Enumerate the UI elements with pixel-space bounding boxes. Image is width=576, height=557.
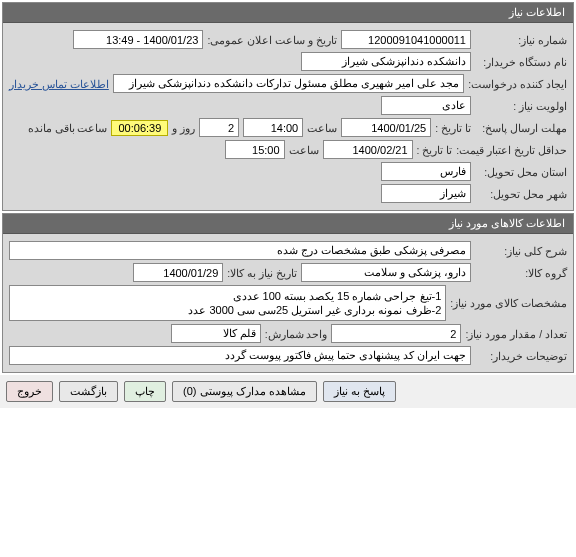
- need-info-panel: اطلاعات نیاز شماره نیاز: تاریخ و ساعت اع…: [2, 2, 574, 211]
- unit-label: واحد شمارش:: [265, 328, 328, 340]
- priority-field[interactable]: [381, 96, 471, 115]
- deadline-label: مهلت ارسال پاسخ:: [475, 122, 567, 134]
- unit-field[interactable]: [171, 324, 261, 343]
- priority-label: اولویت نیاز :: [475, 100, 567, 112]
- print-button[interactable]: چاپ: [124, 381, 166, 402]
- province-field[interactable]: [381, 162, 471, 181]
- province-label: استان محل تحویل:: [475, 166, 567, 178]
- validity-time-label: ساعت: [289, 144, 319, 156]
- goods-info-header: اطلاعات کالاهای مورد نیاز: [3, 214, 573, 234]
- need-date-label: تاریخ نیاز به کالا:: [227, 267, 297, 279]
- buyer-org-label: نام دستگاه خریدار:: [475, 56, 567, 68]
- goods-group-field[interactable]: [301, 263, 471, 282]
- need-info-header: اطلاعات نیاز: [3, 3, 573, 23]
- remaining-label: ساعت باقی مانده: [28, 122, 108, 134]
- buyer-notes-field[interactable]: [9, 346, 471, 365]
- goods-info-panel: اطلاعات کالاهای مورد نیاز شرح کلی نیاز: …: [2, 213, 574, 373]
- need-info-body: شماره نیاز: تاریخ و ساعت اعلان عمومی: نا…: [3, 23, 573, 210]
- days-label: روز و: [172, 122, 195, 134]
- deadline-to-date-label: تا تاریخ :: [435, 122, 471, 134]
- quantity-label: تعداد / مقدار مورد نیاز:: [465, 328, 567, 340]
- city-label: شهر محل تحویل:: [475, 188, 567, 200]
- goods-spec-label: مشخصات کالای مورد نیاز:: [450, 297, 567, 309]
- buyer-org-field[interactable]: [301, 52, 471, 71]
- contact-info-link[interactable]: اطلاعات تماس خریدار: [9, 78, 109, 90]
- request-creator-field[interactable]: [113, 74, 464, 93]
- overall-desc-field[interactable]: [9, 241, 471, 260]
- request-creator-label: ایجاد کننده درخواست:: [468, 78, 567, 90]
- respond-button[interactable]: پاسخ به نیاز: [323, 381, 396, 402]
- goods-spec-field[interactable]: [9, 285, 446, 321]
- goods-group-label: گروه کالا:: [475, 267, 567, 279]
- validity-to-date-label: تا تاریخ :: [417, 144, 453, 156]
- need-date-field[interactable]: [133, 263, 223, 282]
- action-button-bar: پاسخ به نیاز مشاهده مدارک پیوستی (0) چاپ…: [0, 375, 576, 408]
- validity-date-field[interactable]: [323, 140, 413, 159]
- back-button[interactable]: بازگشت: [59, 381, 118, 402]
- days-left-field[interactable]: [199, 118, 239, 137]
- public-announce-label: تاریخ و ساعت اعلان عمومی:: [207, 34, 337, 46]
- need-number-field[interactable]: [341, 30, 471, 49]
- min-validity-label: حداقل تاریخ اعتبار قیمت:: [456, 144, 567, 156]
- deadline-time-field[interactable]: [243, 118, 303, 137]
- public-announce-field[interactable]: [73, 30, 203, 49]
- overall-desc-label: شرح کلی نیاز:: [475, 245, 567, 257]
- quantity-field[interactable]: [331, 324, 461, 343]
- deadline-date-field[interactable]: [341, 118, 431, 137]
- need-number-label: شماره نیاز:: [475, 34, 567, 46]
- city-field[interactable]: [381, 184, 471, 203]
- buyer-notes-label: توضیحات خریدار:: [475, 350, 567, 362]
- goods-info-body: شرح کلی نیاز: گروه کالا: تاریخ نیاز به ک…: [3, 234, 573, 372]
- view-attachments-button[interactable]: مشاهده مدارک پیوستی (0): [172, 381, 317, 402]
- countdown-timer: 00:06:39: [111, 120, 168, 136]
- exit-button[interactable]: خروج: [6, 381, 53, 402]
- validity-time-field[interactable]: [225, 140, 285, 159]
- deadline-time-label: ساعت: [307, 122, 337, 134]
